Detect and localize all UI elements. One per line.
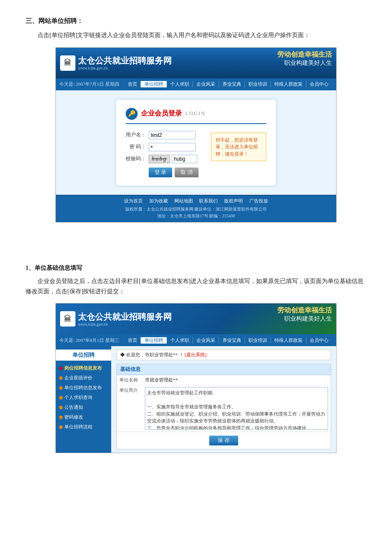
- nav-special2[interactable]: 特殊人群政策: [271, 337, 306, 344]
- nav-member1[interactable]: 会员中心: [306, 81, 332, 87]
- captcha-area: hubg: [149, 155, 197, 163]
- sidebar-module-title: 单位招聘: [56, 350, 111, 361]
- site-name-en2: www.tcjm.gov.cn: [78, 322, 172, 327]
- dot-orange4: [59, 406, 63, 409]
- save-btn-row: 保 存: [117, 432, 331, 449]
- save-button[interactable]: 保 存: [209, 436, 238, 445]
- password-label: 密 码：: [126, 143, 146, 150]
- site-name-cn2: 太仓公共就业招聘服务网: [78, 312, 172, 322]
- footer-link-copyright[interactable]: 版权声明: [224, 198, 243, 203]
- password-input[interactable]: [149, 143, 196, 151]
- header-slogan2: 劳动创造幸福生活 职业构建美好人生: [277, 306, 332, 323]
- nav-member2[interactable]: 会员中心: [306, 337, 332, 344]
- nav-home1[interactable]: 首页: [124, 81, 141, 87]
- login-title-icon: 🔑: [126, 108, 138, 120]
- logo-area2: 🏛 太仓公共就业招聘服务网 www.tcjm.gov.cn: [60, 311, 172, 327]
- sidebar-item-notice[interactable]: 公告通知: [56, 402, 111, 412]
- company-intro-textarea[interactable]: 太仓市劳动就业管理处工作职能 一、实施并指导全市就业管理服务各工作。 二、组织实…: [145, 387, 328, 430]
- cancel-button[interactable]: 取 消: [175, 168, 198, 177]
- login-notice: 对不起，您还没有登录，无法进入单位招聘，请先登录！: [211, 133, 266, 162]
- captcha-image: hubg: [149, 155, 170, 163]
- content-area1: 🔑 企业会员登录 LOGIN 用户名： 密 码： 校验码：: [56, 90, 336, 195]
- company-name-value: 市就业管理处**: [142, 375, 331, 385]
- nav-treasure2[interactable]: 养业宝典: [219, 337, 245, 344]
- username-row: 用户名：: [126, 131, 206, 139]
- sidebar-item-rating[interactable]: 企业星级评价: [56, 373, 111, 383]
- login-title: 🔑 企业会员登录 LOGIN: [126, 108, 266, 124]
- nav-training2[interactable]: 职业培训: [245, 337, 271, 344]
- sidebar-item-rating-label: 企业星级评价: [64, 375, 92, 381]
- company-intro-cell: 太仓市劳动就业管理处工作职能 一、实施并指导全市就业管理服务各工作。 二、组织实…: [142, 385, 331, 432]
- info-section-title: 基础信息: [117, 364, 331, 375]
- nav-training1[interactable]: 职业培训: [245, 81, 271, 87]
- welcome-text: 欢迎您，市职业管理处** ！: [126, 352, 184, 357]
- sidebar-item-personal-query[interactable]: 个人求职查询: [56, 393, 111, 402]
- table-row-name: 单位名称 市就业管理处**: [117, 375, 331, 385]
- footer-copyright1: 版权所属：太仓公共就业招聘服务网 建设单位：浙江网新落普软件有限公司: [60, 206, 332, 213]
- site-header1: 🏛 太仓公共就业招聘服务网 www.tcjm.gov.cn 劳动创造幸福生活 职…: [56, 48, 336, 78]
- slogan2-line1: 劳动创造幸福生活: [277, 306, 332, 315]
- nav-links1: 首页 单位招聘 个人求职 企业风采 养业宝典 职业培训 特殊人群政策 会员中心: [124, 81, 332, 87]
- captcha-input[interactable]: [172, 155, 197, 163]
- login-buttons: 登 录 取 消: [149, 168, 206, 177]
- screenshot1: 🏛 太仓公共就业招聘服务网 www.tcjm.gov.cn 劳动创造幸福生活 职…: [55, 47, 337, 223]
- slogan1-line2: 职业构建美好人生: [277, 59, 332, 67]
- footer-link-ad[interactable]: 广告投放: [249, 198, 268, 203]
- site-name-area2: 太仓公共就业招聘服务网 www.tcjm.gov.cn: [78, 312, 172, 327]
- nav-personal2[interactable]: 个人求职: [167, 337, 193, 344]
- site-name-en1: www.tcjm.gov.cn: [78, 66, 172, 70]
- login-fields: 用户名： 密 码： 校验码： hubg: [126, 131, 206, 177]
- nav-home2[interactable]: 首页: [124, 337, 141, 344]
- info-section: 基础信息 单位名称 市就业管理处** 单位简介 太仓市劳动就业管理处工作职能 一…: [116, 364, 331, 449]
- nav-special1[interactable]: 特殊人群政策: [271, 81, 306, 87]
- slogan1-line1: 劳动创造幸福生活: [277, 50, 332, 59]
- info-table: 单位名称 市就业管理处** 单位简介 太仓市劳动就业管理处工作职能 一、实施并指…: [117, 375, 331, 432]
- dot-orange2: [59, 386, 63, 390]
- company-name-label: 单位名称: [117, 375, 142, 385]
- main-content2: 单位招聘 岗位招聘信息发布 企业星级评价 单位招聘信息发布 个人求职查询 公告通…: [56, 346, 336, 453]
- table-row-intro: 单位简介 太仓市劳动就业管理处工作职能 一、实施并指导全市就业管理服务各工作。 …: [117, 385, 331, 432]
- footer-copyright2: 地址：太仓市上海东路17号 邮编：215400: [60, 213, 332, 220]
- password-row: 密 码：: [126, 143, 206, 151]
- footer-links1: 设为首页 加为收藏 网站地图 联系我们 版权声明 广告投放: [60, 198, 332, 204]
- username-input[interactable]: [149, 131, 196, 139]
- sidebar2: 单位招聘 岗位招聘信息发布 企业星级评价 单位招聘信息发布 个人求职查询 公告通…: [56, 346, 111, 453]
- dot-orange1: [59, 376, 63, 380]
- site-header2: 🏛 太仓公共就业招聘服务网 www.tcjm.gov.cn 劳动创造幸福生活 职…: [56, 304, 336, 334]
- login-container: 🔑 企业会员登录 LOGIN 用户名： 密 码： 校验码：: [115, 99, 277, 186]
- nav-enterprise1[interactable]: 企业风采: [193, 81, 219, 87]
- site-footer1: 设为首页 加为收藏 网站地图 联系我们 版权声明 广告投放 版权所属：太仓公共就…: [56, 195, 336, 222]
- nav-date2: 今天是: 2007年8月1日 星期三: [59, 337, 119, 344]
- main-panel2: ◆ 欢迎您，市职业管理处** ！ [退出系统] 基础信息 单位名称 市就业管理处…: [111, 346, 336, 453]
- nav-links2: 首页 单位招聘 个人求职 企业风采 养业宝典 职业培训 特殊人群政策 会员中心: [124, 337, 332, 344]
- nav-personal1[interactable]: 个人求职: [167, 81, 193, 87]
- site-name-cn1: 太仓公共就业招聘服务网: [78, 55, 172, 66]
- sidebar-item-process-label: 单位招聘流程: [64, 424, 92, 430]
- login-button[interactable]: 登 录: [149, 168, 172, 177]
- footer-link-fav[interactable]: 加为收藏: [149, 198, 168, 203]
- nav-enterprise2[interactable]: 企业风采: [193, 337, 219, 344]
- login-title-en: LOGIN: [185, 110, 205, 117]
- sidebar-item-post-label: 岗位招聘信息发布: [64, 365, 102, 371]
- sidebar-item-post[interactable]: 岗位招聘信息发布: [56, 363, 111, 373]
- footer-link-map[interactable]: 网站地图: [174, 198, 193, 203]
- site-name-area1: 太仓公共就业招聘服务网 www.tcjm.gov.cn: [78, 55, 172, 70]
- sidebar-item-unit-info[interactable]: 单位招聘信息发布: [56, 383, 111, 393]
- logout-link[interactable]: [退出系统]: [184, 352, 206, 357]
- nav-date1: 今天是: 2007年7月5日 星期四: [59, 81, 119, 87]
- footer-link-contact[interactable]: 联系我们: [199, 198, 218, 203]
- footer-link-home[interactable]: 设为首页: [124, 198, 143, 203]
- slogan2-line2: 职业构建美好人生: [277, 315, 332, 323]
- sidebar-item-process[interactable]: 单位招聘流程: [56, 422, 111, 432]
- header-slogan1: 劳动创造幸福生活 职业构建美好人生: [277, 50, 332, 67]
- sidebar-item-password[interactable]: 密码修改: [56, 412, 111, 422]
- login-title-cn: 企业会员登录: [141, 109, 182, 118]
- captcha-row: 校验码： hubg: [126, 155, 206, 163]
- section3-intro: 点击[单位招聘]文字链接进入企业会员登陆页面，输入用户名和密码以及验证码进入企业…: [26, 30, 366, 40]
- nav-recruit1[interactable]: 单位招聘: [141, 81, 167, 87]
- company-intro-label: 单位简介: [117, 385, 142, 432]
- welcome-bar: ◆ 欢迎您，市职业管理处** ！ [退出系统]: [116, 350, 331, 360]
- nav-recruit2[interactable]: 单位招聘: [141, 337, 167, 344]
- sidebar-item-password-label: 密码修改: [64, 414, 83, 420]
- nav-treasure1[interactable]: 养业宝典: [219, 81, 245, 87]
